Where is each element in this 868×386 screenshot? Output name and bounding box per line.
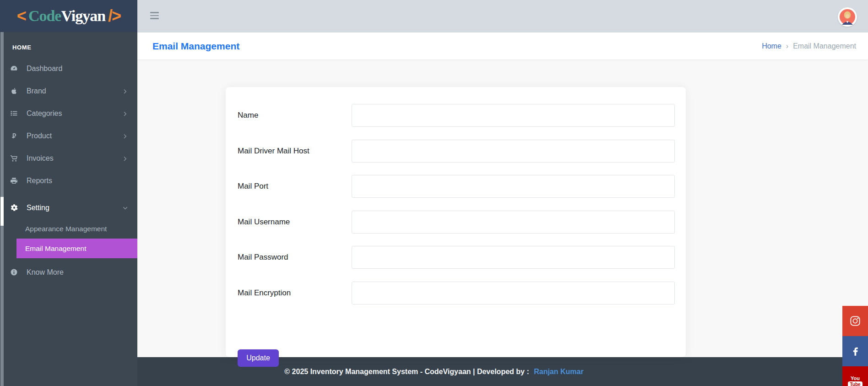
sidebar-nav-bottom: Know More — [0, 261, 137, 283]
form-row-mail-encryption: Mail Encryption — [238, 282, 675, 304]
dashboard-icon — [10, 65, 20, 72]
sidebar-item-dashboard[interactable]: Dashboard — [0, 57, 137, 80]
form-row-mail-port: Mail Port — [238, 175, 675, 198]
gear-icon — [10, 204, 20, 212]
email-settings-form: NameMail Driver Mail HostMail PortMail U… — [238, 104, 675, 304]
mail-port-input[interactable] — [352, 175, 675, 198]
logo-text-vigyan: Vigyan — [61, 7, 105, 24]
page-title: Email Management — [152, 41, 239, 52]
instagram-link[interactable] — [842, 306, 868, 336]
mail-username-input[interactable] — [352, 211, 675, 234]
sidebar-item-label: Brand — [27, 87, 46, 95]
form-row-name: Name — [238, 104, 675, 127]
breadcrumb: Home › Email Management — [762, 42, 856, 50]
name-input[interactable] — [352, 104, 675, 127]
sidebar-subitem-appearance-management[interactable]: Appearance Management — [0, 219, 137, 239]
logo-left-bracket-icon: < — [17, 6, 26, 26]
avatar-image — [840, 9, 855, 25]
sidebar-subitem-email-management[interactable]: Email Management — [16, 239, 137, 258]
page-header: Email Management Home › Email Management — [137, 33, 868, 60]
chevron-right-icon — [122, 155, 128, 161]
logo-text: CodeVigyan — [28, 7, 105, 25]
sidebar-item-invoices[interactable]: Invoices — [0, 147, 137, 169]
sidebar-item-categories[interactable]: Categories — [0, 102, 137, 125]
topbar — [137, 0, 868, 33]
chevron-right-icon — [122, 88, 128, 94]
breadcrumb-home-link[interactable]: Home — [762, 42, 781, 50]
ruble-icon — [10, 132, 20, 140]
footer-text: © 2025 Inventory Management System - Cod… — [284, 368, 529, 375]
breadcrumb-separator-icon: › — [786, 42, 788, 50]
info-icon — [10, 268, 20, 276]
sidebar-item-know-more[interactable]: Know More — [0, 261, 137, 283]
email-settings-card: NameMail Driver Mail HostMail PortMail U… — [226, 87, 686, 357]
sidebar-item-label: Invoices — [27, 154, 54, 163]
chevron-down-icon — [122, 205, 128, 211]
apple-icon — [10, 87, 20, 95]
sidebar-item-brand[interactable]: Brand — [0, 80, 137, 102]
app-logo[interactable]: < CodeVigyan /> — [0, 0, 137, 32]
cart-icon — [10, 154, 20, 162]
form-row-mail-driver-mail-host: Mail Driver Mail Host — [238, 140, 675, 163]
list-icon — [10, 109, 20, 117]
footer-developer-link[interactable]: Ranjan Kumar — [534, 368, 583, 375]
youtube-icon-badge: Tube — [848, 381, 862, 386]
logo-right-bracket-icon: /> — [108, 6, 120, 26]
hamburger-menu-icon[interactable] — [150, 12, 159, 19]
instagram-icon — [849, 315, 862, 327]
sidebar-nav: DashboardBrandCategoriesProductInvoicesR… — [0, 57, 137, 219]
footer-copyright: © 2025 Inventory Management System - Cod… — [284, 368, 583, 376]
breadcrumb-current: Email Management — [793, 42, 856, 50]
youtube-icon: You — [851, 375, 860, 381]
mail-driver-mail-host-input[interactable] — [352, 140, 675, 163]
sidebar-submenu: Appearance ManagementEmail Management — [0, 219, 137, 258]
facebook-link[interactable] — [842, 336, 868, 366]
chevron-right-icon — [122, 133, 128, 139]
field-label: Mail Password — [238, 253, 352, 262]
field-label: Mail Encryption — [238, 288, 352, 298]
field-label: Mail Driver Mail Host — [238, 147, 352, 156]
mail-encryption-input[interactable] — [352, 282, 675, 304]
mail-password-input[interactable] — [352, 246, 675, 269]
chevron-right-icon — [122, 110, 128, 116]
content-area: NameMail Driver Mail HostMail PortMail U… — [137, 60, 868, 357]
sidebar-section-header: HOME — [0, 32, 137, 57]
sidebar-item-label: Know More — [27, 268, 64, 277]
logo-text-code: Code — [28, 7, 61, 24]
field-label: Name — [238, 111, 352, 120]
form-row-mail-password: Mail Password — [238, 246, 675, 269]
field-label: Mail Username — [238, 217, 352, 227]
sidebar-item-label: Dashboard — [27, 65, 62, 73]
sidebar-item-label: Reports — [27, 177, 52, 185]
field-label: Mail Port — [238, 182, 352, 191]
facebook-icon — [849, 345, 862, 358]
sidebar-item-label: Categories — [27, 109, 62, 118]
sidebar-item-setting[interactable]: Setting — [0, 196, 137, 219]
social-rail: You Tube — [842, 306, 868, 386]
sidebar-item-label: Setting — [27, 204, 49, 212]
sidebar-item-reports[interactable]: Reports — [0, 169, 137, 192]
update-button[interactable]: Update — [238, 349, 279, 367]
sidebar: < CodeVigyan /> HOME DashboardBrandCateg… — [0, 0, 137, 386]
form-row-mail-username: Mail Username — [238, 211, 675, 234]
youtube-link[interactable]: You Tube — [842, 366, 868, 386]
sidebar-item-label: Product — [27, 132, 52, 140]
printer-icon — [10, 177, 20, 185]
user-avatar[interactable] — [838, 7, 857, 27]
sidebar-item-product[interactable]: Product — [0, 125, 137, 147]
